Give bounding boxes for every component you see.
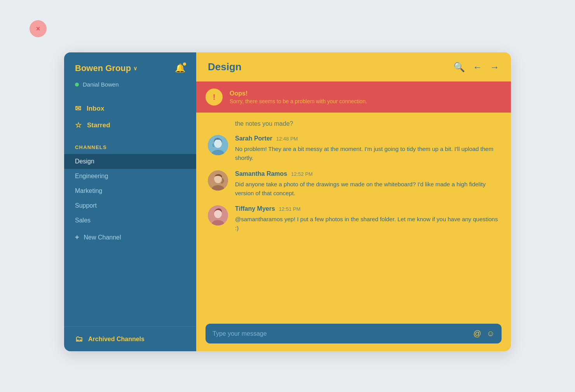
message-time: 12:51 PM bbox=[279, 206, 301, 212]
inbox-icon: ✉ bbox=[75, 104, 81, 113]
avatar bbox=[208, 170, 228, 191]
plus-icon: + bbox=[75, 233, 79, 241]
channel-item-marketing[interactable]: Marketing bbox=[64, 184, 196, 198]
workspace-chevron: ∨ bbox=[133, 65, 137, 71]
message-header: Samantha Ramos 12:52 PM bbox=[235, 170, 499, 177]
new-channel-button[interactable]: + New Channel bbox=[64, 229, 196, 245]
chat-header: Design 🔍 ← → bbox=[196, 52, 511, 82]
error-icon: ! bbox=[206, 88, 223, 106]
emoji-icon[interactable]: ☺ bbox=[487, 329, 495, 338]
input-area: @ ☺ bbox=[196, 317, 511, 351]
message-time: 12:48 PM bbox=[276, 136, 298, 142]
message-input[interactable] bbox=[213, 330, 473, 337]
close-button[interactable]: × bbox=[30, 20, 47, 37]
channel-item-engineering[interactable]: Engineering bbox=[64, 169, 196, 184]
channel-item-support[interactable]: Support bbox=[64, 198, 196, 213]
error-description: Sorry, there seems to be a problem with … bbox=[230, 98, 367, 104]
messages-container: the notes you made? Sarah Porter 12: bbox=[196, 113, 511, 317]
message-body: Sarah Porter 12:48 PM No problem! They a… bbox=[235, 135, 499, 163]
table-row: Sarah Porter 12:48 PM No problem! They a… bbox=[208, 135, 499, 163]
main-content: Design 🔍 ← → ! Oops! Sorry, there seems … bbox=[196, 52, 511, 351]
archive-icon: 🗂 bbox=[75, 335, 83, 343]
message-input-wrapper: @ ☺ bbox=[206, 324, 502, 343]
starred-label: Starred bbox=[87, 121, 110, 129]
avatar bbox=[208, 135, 228, 155]
sidebar-item-inbox[interactable]: ✉ Inbox bbox=[64, 100, 196, 117]
search-icon[interactable]: 🔍 bbox=[453, 62, 465, 73]
new-channel-label: New Channel bbox=[84, 234, 121, 241]
mention-icon[interactable]: @ bbox=[473, 329, 481, 338]
bell-notification-dot bbox=[183, 62, 186, 66]
error-title: Oops! bbox=[230, 90, 367, 97]
message-header: Tiffany Myers 12:51 PM bbox=[235, 205, 499, 212]
message-author: Tiffany Myers bbox=[235, 205, 275, 212]
table-row: Samantha Ramos 12:52 PM Did anyone take … bbox=[208, 170, 499, 198]
header-actions: 🔍 ← → bbox=[453, 62, 499, 73]
message-text: No problem! They are a bit messy at the … bbox=[235, 144, 499, 163]
message-body: Samantha Ramos 12:52 PM Did anyone take … bbox=[235, 170, 499, 198]
message-header: Sarah Porter 12:48 PM bbox=[235, 135, 499, 142]
message-author: Sarah Porter bbox=[235, 135, 272, 142]
svg-point-1 bbox=[214, 139, 222, 148]
message-author: Samantha Ramos bbox=[235, 170, 287, 177]
workspace-name-text: Bowen Group bbox=[75, 63, 131, 73]
back-icon[interactable]: ← bbox=[473, 62, 482, 73]
message-body: Tiffany Myers 12:51 PM @samantharamos ye… bbox=[235, 205, 499, 233]
channels-section-label: CHANNELS bbox=[64, 137, 196, 154]
sidebar: Bowen Group ∨ 🔔 Danial Bowen ✉ Inbox ☆ S… bbox=[64, 52, 196, 351]
archived-label: Archived Channels bbox=[88, 336, 145, 343]
app-container: Bowen Group ∨ 🔔 Danial Bowen ✉ Inbox ☆ S… bbox=[64, 52, 511, 351]
avatar bbox=[208, 205, 228, 225]
table-row: Tiffany Myers 12:51 PM @samantharamos ye… bbox=[208, 205, 499, 233]
inbox-label: Inbox bbox=[87, 105, 104, 113]
star-icon: ☆ bbox=[75, 121, 82, 130]
sidebar-nav: ✉ Inbox ☆ Starred bbox=[64, 97, 196, 137]
partial-message: the notes you made? bbox=[208, 120, 499, 127]
error-banner: ! Oops! Sorry, there seems to be a probl… bbox=[196, 82, 511, 113]
workspace-name[interactable]: Bowen Group ∨ bbox=[75, 63, 137, 73]
input-icons: @ ☺ bbox=[473, 329, 495, 338]
notification-bell-icon[interactable]: 🔔 bbox=[175, 63, 185, 73]
sidebar-header: Bowen Group ∨ 🔔 bbox=[64, 52, 196, 81]
online-status-dot bbox=[75, 83, 79, 87]
user-name: Danial Bowen bbox=[83, 81, 119, 88]
archived-channels-button[interactable]: 🗂 Archived Channels bbox=[64, 326, 196, 351]
error-text: Oops! Sorry, there seems to be a problem… bbox=[230, 90, 367, 104]
message-text: @samantharamos yep! I put a few photos i… bbox=[235, 215, 499, 233]
sidebar-item-starred[interactable]: ☆ Starred bbox=[64, 117, 196, 134]
user-status: Danial Bowen bbox=[64, 81, 196, 97]
message-time: 12:52 PM bbox=[291, 171, 313, 177]
chat-title: Design bbox=[208, 61, 242, 73]
message-text: Did anyone take a photo of the drawings … bbox=[235, 180, 499, 198]
channel-item-sales[interactable]: Sales bbox=[64, 213, 196, 228]
channel-item-design[interactable]: Design bbox=[64, 154, 196, 169]
forward-icon[interactable]: → bbox=[490, 62, 499, 73]
